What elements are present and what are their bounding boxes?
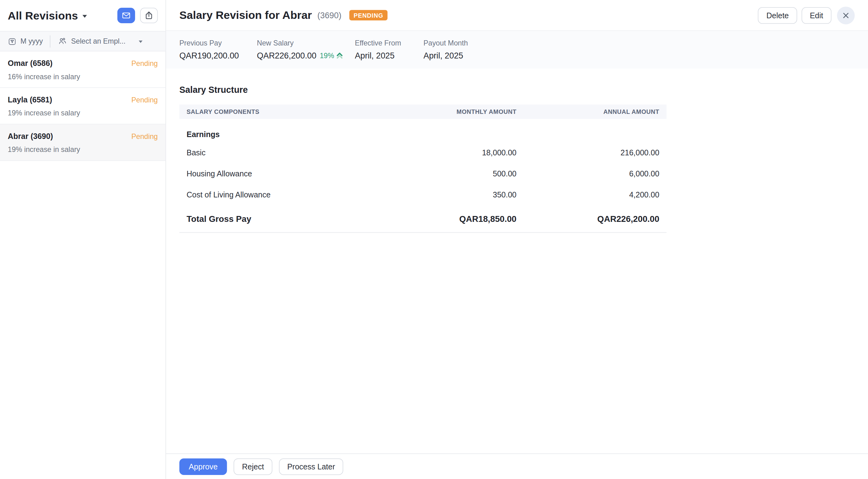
- detail-header: Salary Revision for Abrar (3690) PENDING…: [166, 0, 868, 30]
- employee-id: (3690): [317, 10, 341, 20]
- increase-indicator: 19%: [320, 52, 344, 60]
- table-row: Cost of Living Allowance 350.00 4,200.00: [179, 184, 666, 205]
- employee-name: Layla (6581): [8, 95, 52, 104]
- revision-subtitle: 19% increase in salary: [8, 145, 158, 154]
- revision-detail-panel: Salary Revision for Abrar (3690) PENDING…: [166, 0, 868, 479]
- status-badge: Pending: [131, 59, 158, 67]
- component-name: Cost of Living Allowance: [179, 184, 381, 205]
- mail-button[interactable]: [117, 8, 135, 23]
- share-icon: [144, 10, 154, 21]
- summary-value: QAR226,200.00 19%: [257, 51, 355, 60]
- pending-badge: PENDING: [349, 10, 388, 21]
- summary-band: Previous Pay QAR190,200.00 New Salary QA…: [166, 30, 868, 68]
- annual-amount: 6,000.00: [524, 163, 666, 184]
- summary-label: Previous Pay: [179, 39, 257, 47]
- revision-subtitle: 16% increase in salary: [8, 72, 158, 81]
- table-header-row: SALARY COMPONENTS MONTHLY AMOUNT ANNUAL …: [179, 105, 666, 119]
- edit-button[interactable]: Edit: [801, 7, 832, 24]
- column-header-components: SALARY COMPONENTS: [179, 105, 381, 119]
- date-filter-placeholder: M yyyy: [21, 37, 43, 45]
- total-monthly-amount: QAR18,850.00: [381, 205, 524, 232]
- column-header-annual: ANNUAL AMOUNT: [524, 105, 666, 119]
- status-badge: Pending: [131, 95, 158, 104]
- monthly-amount: 500.00: [381, 163, 524, 184]
- export-button[interactable]: [140, 8, 158, 23]
- summary-label: Payout Month: [424, 39, 468, 47]
- mail-icon: [121, 10, 131, 21]
- annual-amount: 4,200.00: [524, 184, 666, 205]
- summary-label: Effective From: [355, 39, 424, 47]
- date-filter[interactable]: M yyyy: [8, 37, 43, 46]
- new-salary-amount: QAR226,200.00: [257, 51, 316, 60]
- revision-list-item-layla[interactable]: Layla (6581) Pending 19% increase in sal…: [0, 88, 165, 125]
- users-icon: [58, 36, 67, 46]
- revisions-type-dropdown[interactable]: All Revisions: [8, 9, 87, 22]
- section-title: Salary Structure: [179, 85, 855, 95]
- sidebar-filter-bar: M yyyy Select an Empl...: [0, 31, 165, 52]
- approve-button[interactable]: Approve: [179, 458, 227, 475]
- total-label: Total Gross Pay: [179, 205, 381, 232]
- double-chevron-up-icon: [335, 52, 344, 60]
- increase-percent: 19%: [320, 52, 334, 60]
- table-total-row: Total Gross Pay QAR18,850.00 QAR226,200.…: [179, 205, 666, 233]
- summary-new-salary: New Salary QAR226,200.00 19%: [257, 39, 355, 60]
- revision-subtitle: 19% increase in salary: [8, 109, 158, 117]
- summary-previous-pay: Previous Pay QAR190,200.00: [179, 39, 257, 60]
- reject-button[interactable]: Reject: [234, 458, 272, 475]
- sidebar-header: All Revisions: [0, 0, 165, 31]
- monthly-amount: 18,000.00: [381, 142, 524, 163]
- annual-amount: 216,000.00: [524, 142, 666, 163]
- action-footer: Approve Reject Process Later: [166, 453, 868, 479]
- summary-label: New Salary: [257, 39, 355, 47]
- summary-value: QAR190,200.00: [179, 51, 257, 60]
- delete-button[interactable]: Delete: [758, 7, 797, 24]
- salary-structure-table: SALARY COMPONENTS MONTHLY AMOUNT ANNUAL …: [179, 105, 666, 233]
- chevron-down-icon: [138, 40, 142, 43]
- summary-payout-month: Payout Month April, 2025: [424, 39, 468, 60]
- filter-divider: [50, 35, 51, 47]
- process-later-button[interactable]: Process Later: [279, 458, 343, 475]
- revisions-sidebar: All Revisions: [0, 0, 166, 479]
- employee-filter-placeholder: Select an Empl...: [71, 37, 126, 45]
- calendar-filter-icon: [8, 37, 17, 46]
- total-annual-amount: QAR226,200.00: [524, 205, 666, 232]
- group-label: Earnings: [179, 119, 381, 142]
- revisions-list: Omar (6586) Pending 16% increase in sala…: [0, 52, 165, 479]
- salary-structure-section: Salary Structure SALARY COMPONENTS MONTH…: [166, 69, 868, 454]
- component-name: Housing Allowance: [179, 163, 381, 184]
- component-name: Basic: [179, 142, 381, 163]
- page-title: Salary Revision for Abrar: [179, 9, 312, 22]
- employee-name: Omar (6586): [8, 59, 53, 67]
- status-badge: Pending: [131, 132, 158, 140]
- employee-name: Abrar (3690): [8, 132, 53, 140]
- chevron-down-icon: [83, 15, 87, 18]
- summary-value: April, 2025: [424, 51, 468, 60]
- close-button[interactable]: [837, 6, 855, 24]
- app-window: All Revisions: [0, 0, 868, 479]
- column-header-monthly: MONTHLY AMOUNT: [381, 105, 524, 119]
- close-icon: [841, 11, 850, 20]
- sidebar-actions: [117, 8, 158, 23]
- revision-list-item-omar[interactable]: Omar (6586) Pending 16% increase in sala…: [0, 52, 165, 88]
- table-group-row: Earnings: [179, 119, 666, 142]
- employee-filter[interactable]: Select an Empl...: [58, 36, 143, 46]
- table-row: Housing Allowance 500.00 6,000.00: [179, 163, 666, 184]
- table-row: Basic 18,000.00 216,000.00: [179, 142, 666, 163]
- monthly-amount: 350.00: [381, 184, 524, 205]
- summary-effective-from: Effective From April, 2025: [355, 39, 424, 60]
- revision-list-item-abrar[interactable]: Abrar (3690) Pending 19% increase in sal…: [0, 125, 165, 161]
- summary-value: April, 2025: [355, 51, 424, 60]
- sidebar-title: All Revisions: [8, 9, 78, 22]
